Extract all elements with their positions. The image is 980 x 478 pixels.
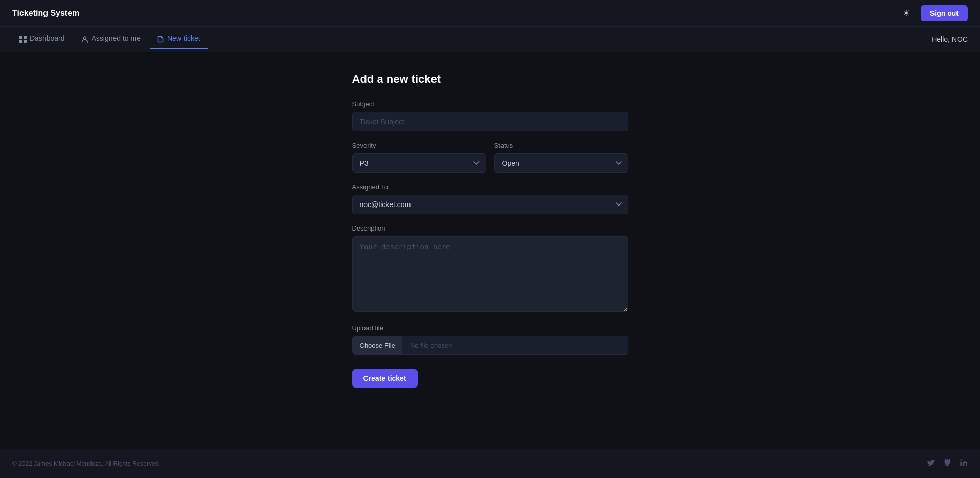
header: Ticketing System ☀ Sign out — [0, 0, 980, 27]
subject-group: Subject — [352, 100, 628, 131]
footer-copyright: © 2022 James Michael Mendoza. All Rights… — [12, 460, 161, 467]
github-icon[interactable] — [943, 459, 951, 469]
footer: © 2022 James Michael Mendoza. All Rights… — [0, 449, 980, 478]
user-icon — [81, 34, 88, 42]
description-group: Description — [352, 224, 628, 314]
nav-item-assigned-to-me[interactable]: Assigned to me — [74, 29, 148, 49]
footer-social-icons — [927, 459, 968, 469]
sun-icon: ☀ — [902, 8, 910, 19]
nav-greeting: Hello, NOC — [931, 35, 968, 43]
subject-label: Subject — [352, 100, 628, 108]
choose-file-button[interactable]: Choose File — [353, 336, 403, 354]
file-icon — [157, 34, 164, 42]
assigned-to-label: Assigned To — [352, 183, 628, 191]
assigned-to-group: Assigned To noc@ticket.com — [352, 183, 628, 214]
upload-file-group: Upload file Choose File No file chosen — [352, 324, 628, 355]
svg-rect-2 — [19, 40, 22, 43]
new-ticket-form: Add a new ticket Subject Severity P1 P2 … — [352, 73, 628, 428]
nav-item-dashboard-label: Dashboard — [30, 34, 65, 42]
status-label: Status — [494, 142, 628, 149]
nav-item-new-ticket[interactable]: New ticket — [150, 29, 208, 49]
linkedin-icon[interactable] — [960, 459, 968, 469]
svg-rect-1 — [24, 36, 27, 39]
nav-item-assigned-label: Assigned to me — [92, 34, 141, 42]
theme-toggle-button[interactable]: ☀ — [898, 5, 915, 21]
create-ticket-button[interactable]: Create ticket — [352, 369, 418, 388]
svg-rect-3 — [24, 40, 27, 43]
navigation: Dashboard Assigned to me New ticket Hell… — [0, 27, 980, 52]
status-select[interactable]: Open In Progress Closed — [494, 153, 628, 173]
severity-label: Severity — [352, 142, 486, 149]
severity-status-row: Severity P1 P2 P3 P4 P5 Status Open In P… — [352, 142, 628, 173]
severity-group: Severity P1 P2 P3 P4 P5 — [352, 142, 486, 173]
file-name-display: No file chosen — [403, 336, 628, 354]
nav-items: Dashboard Assigned to me New ticket — [12, 29, 931, 49]
nav-item-dashboard[interactable]: Dashboard — [12, 29, 72, 49]
sign-out-button[interactable]: Sign out — [921, 5, 968, 21]
subject-input[interactable] — [352, 112, 628, 131]
description-textarea[interactable] — [352, 236, 628, 312]
main-content: Add a new ticket Subject Severity P1 P2 … — [0, 52, 980, 449]
nav-item-new-ticket-label: New ticket — [167, 34, 200, 42]
grid-icon — [19, 34, 27, 42]
twitter-icon[interactable] — [927, 459, 935, 469]
svg-point-5 — [960, 459, 962, 461]
upload-file-label: Upload file — [352, 324, 628, 332]
assigned-to-select[interactable]: noc@ticket.com — [352, 195, 628, 214]
description-label: Description — [352, 224, 628, 232]
status-group: Status Open In Progress Closed — [494, 142, 628, 173]
severity-select[interactable]: P1 P2 P3 P4 P5 — [352, 153, 486, 173]
svg-rect-0 — [19, 36, 22, 39]
svg-point-4 — [83, 37, 86, 39]
form-title: Add a new ticket — [352, 73, 628, 86]
app-title: Ticketing System — [12, 9, 79, 18]
file-upload-wrapper: Choose File No file chosen — [352, 336, 628, 355]
